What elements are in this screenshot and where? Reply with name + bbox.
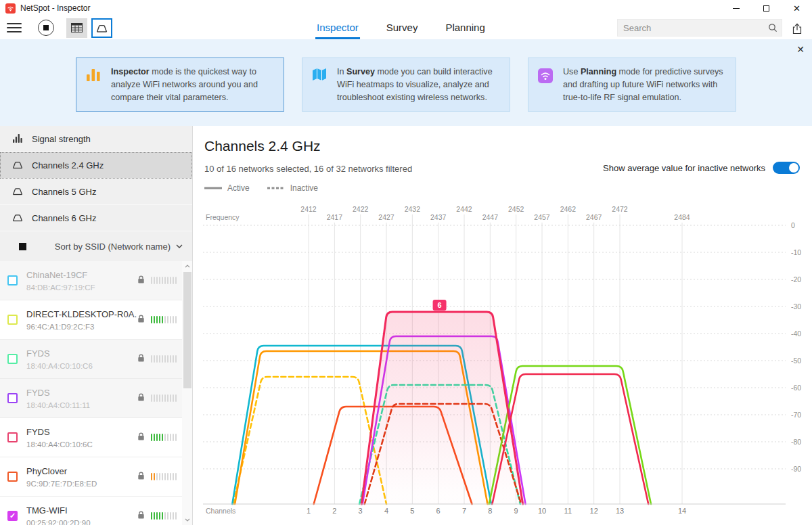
chevron-down-icon[interactable] (176, 244, 183, 248)
highlighted-network-fill (361, 312, 522, 504)
network-checkbox[interactable] (7, 354, 18, 364)
lock-icon (137, 275, 145, 287)
network-mac: 18:40:A4:C0:10:6C (26, 440, 137, 449)
channels-chart-canvas[interactable]: 2412242224322442245224622472241724272437… (193, 203, 811, 525)
titlebar: NetSpot - Inspector ✕ (0, 0, 812, 16)
signal-bars (151, 473, 177, 480)
lock-icon (137, 314, 145, 326)
svg-text:6: 6 (438, 301, 442, 309)
svg-text:5: 5 (410, 507, 414, 515)
svg-text:1: 1 (307, 507, 311, 515)
channels-chart-view-button[interactable] (91, 18, 112, 38)
inactive-average-toggle-row: Show average value for inactive networks (603, 162, 800, 174)
network-row[interactable]: FYDS18:40:A4:C0:11:11 (0, 379, 182, 418)
inactive-average-toggle[interactable] (773, 162, 800, 174)
svg-text:2432: 2432 (405, 205, 421, 213)
channel-shape-icon (12, 186, 23, 197)
scroll-up-icon[interactable] (182, 261, 192, 271)
svg-text:11: 11 (564, 507, 572, 515)
svg-text:2452: 2452 (508, 205, 524, 213)
tab-survey[interactable]: Survey (385, 18, 420, 39)
svg-text:-30: -30 (791, 302, 801, 311)
network-checkbox[interactable]: ✓ (7, 511, 18, 521)
scroll-down-icon[interactable] (182, 515, 192, 525)
sidebar-item-label: Signal strength (32, 134, 91, 144)
sidebar-item-channels-5-ghz[interactable]: Channels 5 GHz (0, 179, 192, 205)
hamburger-menu-icon[interactable] (7, 20, 22, 35)
network-checkbox[interactable] (7, 472, 18, 482)
svg-text:2427: 2427 (378, 213, 394, 221)
tab-planning[interactable]: Planning (444, 18, 486, 39)
network-row[interactable]: PhyClover9C:9D:7E:7D:E8:ED (0, 457, 182, 497)
svg-text:-60: -60 (791, 384, 801, 392)
network-name: TMG-WIFI (26, 505, 137, 516)
sort-row[interactable]: Sort by SSID (Network name) (0, 231, 192, 261)
tab-inspector[interactable]: Inspector (315, 18, 360, 39)
table-view-button[interactable] (66, 18, 87, 38)
sidebar-item-label: Channels 5 GHz (32, 187, 96, 197)
svg-text:4: 4 (384, 507, 388, 515)
svg-text:10: 10 (538, 507, 546, 515)
network-checkbox[interactable] (7, 315, 18, 325)
mode-banners: Inspector mode is the quickest way to an… (0, 39, 812, 126)
banner-planning[interactable]: Use Planning mode for predictive surveys… (528, 58, 736, 112)
network-row[interactable]: FYDS18:40:A4:C0:10:C6 (0, 340, 182, 379)
sort-label: Sort by SSID (Network name) (55, 242, 171, 252)
search-input[interactable] (618, 23, 764, 33)
search-icon[interactable] (764, 23, 782, 32)
minimize-button[interactable] (721, 0, 751, 16)
svg-text:2417: 2417 (327, 213, 343, 221)
share-icon[interactable] (789, 20, 805, 37)
svg-text:-50: -50 (791, 357, 801, 365)
legend-active: Active (204, 183, 250, 193)
channels-chart-icon (96, 23, 108, 33)
network-checkbox[interactable] (7, 432, 18, 442)
window-title: NetSpot - Inspector (20, 3, 90, 13)
svg-text:-80: -80 (791, 438, 801, 446)
network-name: FYDS (26, 427, 137, 437)
dashed-line-icon (267, 187, 285, 189)
svg-text:2467: 2467 (586, 213, 602, 221)
netspot-window: NetSpot - Inspector ✕ InspectorSurveyPla… (0, 0, 812, 525)
network-row[interactable]: DIRECT-KLDESKTOP-R0A...96:4C:A1:D9:2C:F3 (0, 300, 182, 340)
svg-text:2437: 2437 (430, 213, 447, 221)
network-name: DIRECT-KLDESKTOP-R0A... (26, 309, 137, 319)
close-button[interactable]: ✕ (782, 0, 812, 16)
svg-text:12: 12 (590, 507, 598, 515)
signal-bars (151, 316, 177, 323)
sidebar-item-channels-6-ghz[interactable]: Channels 6 GHz (0, 205, 192, 231)
maximize-button[interactable] (751, 0, 782, 16)
signal-bars (151, 394, 177, 402)
network-row[interactable]: ChinaNet-19CF84:DB:AC:97:19:CF (0, 261, 182, 300)
banner-inspector[interactable]: Inspector mode is the quickest way to an… (76, 58, 284, 112)
signal-bars (151, 355, 177, 363)
map-icon (311, 66, 329, 104)
signal-bars (151, 434, 177, 441)
stop-scan-button[interactable] (38, 20, 54, 36)
sidebar-item-signal-strength[interactable]: Signal strength (0, 126, 192, 152)
network-row[interactable]: FYDS18:40:A4:C0:10:6C (0, 418, 182, 457)
svg-text:-10: -10 (791, 248, 801, 256)
lock-icon (137, 432, 145, 444)
scrollbar-thumb[interactable] (183, 272, 191, 388)
wifi-icon (537, 66, 555, 104)
sidebar-item-label: Channels 6 GHz (32, 213, 96, 223)
network-name: FYDS (26, 348, 137, 359)
banners-close-icon[interactable]: ✕ (794, 43, 807, 56)
table-icon (71, 23, 83, 32)
sidebar-item-channels-2-4-ghz[interactable]: Channels 2.4 GHz (0, 152, 192, 179)
toggle-label: Show average value for inactive networks (603, 163, 765, 173)
banner-text: Use Planning mode for predictive surveys… (563, 66, 727, 104)
channel-shape-icon (12, 160, 23, 170)
svg-text:8: 8 (488, 507, 492, 515)
network-row[interactable]: ✓TMG-WIFI00:25:92:00:2D:90 (0, 497, 182, 525)
network-checkbox[interactable] (7, 275, 18, 286)
svg-text:-20: -20 (791, 275, 801, 283)
network-list-scrollbar[interactable] (182, 261, 192, 525)
network-checkbox[interactable] (7, 393, 18, 403)
svg-text:2472: 2472 (612, 205, 628, 213)
svg-text:2: 2 (332, 507, 336, 515)
banner-survey[interactable]: In Survey mode you can build interactive… (302, 58, 510, 112)
toolbar: InspectorSurveyPlanning (0, 16, 812, 39)
color-square-icon[interactable] (19, 243, 26, 250)
